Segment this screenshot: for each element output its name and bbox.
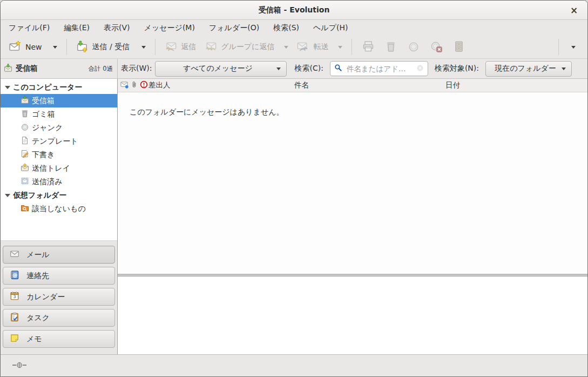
contacts-icon: @ [10, 270, 19, 281]
sidebar-item-unmatched[interactable]: 該当しないもの [1, 202, 117, 216]
sidebar-item-outbox[interactable]: 送信トレイ [1, 161, 117, 175]
switcher-mail-button[interactable]: メール [3, 246, 115, 264]
inbox-icon [4, 64, 12, 74]
current-folder-name: 受信箱 [16, 64, 38, 73]
column-header-from[interactable]: 差出人 [148, 80, 171, 90]
toolbar-separator [155, 39, 156, 55]
show-filter-value: すべてのメッセージ [161, 64, 274, 73]
new-mail-icon [9, 41, 21, 54]
inbox-icon [21, 96, 29, 106]
menu-message[interactable]: メッセージ(M) [137, 21, 202, 35]
send-receive-button[interactable]: 送信 / 受信 [72, 38, 151, 57]
switcher-calendar-button[interactable]: 3 カレンダー [3, 288, 115, 306]
view-switcher: メール @ 連絡先 3 カレンダー タスク メモ [1, 241, 117, 354]
sidebar-item-templates[interactable]: テンプレート [1, 134, 117, 148]
folder-search-bar: 受信箱 合計 0通 表示(W): すべてのメッセージ 検索(C): 検索対象(N… [1, 59, 587, 79]
archive-button[interactable] [448, 38, 470, 57]
switcher-memos-button[interactable]: メモ [3, 330, 115, 348]
attachment-icon[interactable] [130, 80, 138, 90]
chevron-down-icon [562, 68, 566, 70]
calendar-icon: 3 [10, 291, 19, 302]
search-box [330, 61, 428, 76]
archive-icon [453, 41, 465, 54]
forward-button[interactable]: 転送 [293, 38, 347, 57]
menu-search[interactable]: 検索(S) [266, 21, 306, 35]
expander-icon[interactable] [5, 194, 10, 197]
sidebar-item-junk[interactable]: ジャンク [1, 121, 117, 134]
tree-group-this-computer[interactable]: このコンピューター [1, 80, 117, 94]
reply-button[interactable]: 返信 [160, 38, 200, 57]
group-reply-label: グループに返信 [221, 42, 274, 52]
important-icon[interactable] [140, 80, 148, 90]
tree-group-search-folders[interactable]: 仮想フォルダー [1, 188, 117, 202]
column-header-subject[interactable]: 件名 [294, 80, 309, 90]
chevron-down-icon [276, 68, 281, 70]
search-folder-icon [21, 204, 29, 214]
menu-folder[interactable]: フォルダー(O) [202, 21, 266, 35]
print-button[interactable] [357, 38, 380, 57]
new-button[interactable]: New [5, 38, 62, 57]
svg-text:3: 3 [13, 294, 16, 299]
sidebar: このコンピューター 受信箱 ゴミ箱 ジャンク テンプレート [1, 79, 118, 354]
junk-button[interactable] [402, 38, 425, 57]
toolbar-separator [352, 39, 352, 55]
sidebar-item-sent[interactable]: 送信済み [1, 175, 117, 188]
sidebar-item-drafts[interactable]: 下書き [1, 148, 117, 161]
switcher-contacts-button[interactable]: @ 連絡先 [3, 267, 115, 285]
trash-icon [21, 109, 29, 119]
message-panel: 差出人 件名 日付 このフォルダーにメッセージはありません。 [118, 79, 587, 354]
sidebar-item-trash[interactable]: ゴミ箱 [1, 107, 117, 121]
svg-text:@: @ [12, 272, 17, 278]
reply-icon [165, 41, 177, 54]
expander-icon[interactable] [5, 86, 10, 89]
group-reply-icon [205, 41, 217, 54]
search-icon [334, 64, 342, 73]
group-reply-button[interactable]: グループに返信 [200, 38, 293, 57]
close-icon[interactable]: × [567, 3, 581, 17]
message-list[interactable]: このフォルダーにメッセージはありません。 [118, 92, 587, 274]
tasks-icon [10, 312, 19, 324]
junk-icon [408, 41, 420, 54]
show-filter-label: 表示(W): [121, 64, 152, 73]
memo-icon [10, 333, 19, 345]
overflow-arrow-icon [571, 46, 576, 49]
new-button-label: New [25, 43, 42, 51]
group-reply-dropdown-icon[interactable] [284, 46, 288, 49]
search-scope-value: 現在のフォルダー [491, 64, 559, 73]
message-list-header: 差出人 件名 日付 [118, 79, 587, 92]
not-junk-icon [430, 41, 442, 54]
new-dropdown-icon[interactable] [53, 46, 57, 49]
send-receive-icon [76, 41, 88, 54]
junk-icon [21, 123, 29, 133]
trash-icon [385, 41, 397, 54]
sent-icon [21, 177, 29, 187]
clear-search-icon[interactable] [416, 64, 424, 73]
search-input[interactable] [346, 64, 413, 73]
switcher-tasks-button[interactable]: タスク [3, 309, 115, 327]
column-header-date[interactable]: 日付 [445, 80, 460, 90]
template-icon [21, 136, 29, 146]
sidebar-item-inbox[interactable]: 受信箱 [1, 94, 117, 107]
evolution-window: 受信箱 - Evolution × ファイル(F) 編集(E) 表示(V) メッ… [0, 0, 588, 377]
menubar: ファイル(F) 編集(E) 表示(V) メッセージ(M) フォルダー(O) 検索… [1, 20, 587, 36]
toolbar-separator [66, 39, 67, 55]
menu-file[interactable]: ファイル(F) [2, 21, 57, 35]
toolbar-overflow-button[interactable] [564, 43, 583, 51]
forward-dropdown-icon[interactable] [338, 46, 342, 49]
toolbar-separator [558, 39, 559, 55]
show-filter-dropdown[interactable]: すべてのメッセージ [155, 61, 287, 77]
online-status-icon[interactable] [12, 361, 26, 371]
menu-view[interactable]: 表示(V) [97, 21, 137, 35]
header-icon-columns [120, 80, 148, 90]
current-folder-panel: 受信箱 合計 0通 [1, 59, 118, 78]
forward-icon [297, 41, 309, 54]
menu-help[interactable]: ヘルプ(H) [306, 21, 355, 35]
menu-edit[interactable]: 編集(E) [57, 21, 97, 35]
message-preview-pane [118, 277, 587, 354]
send-receive-dropdown-icon[interactable] [141, 46, 146, 49]
folder-total-count: 合計 0通 [89, 65, 113, 73]
delete-button[interactable] [380, 38, 402, 57]
search-scope-dropdown[interactable]: 現在のフォルダー [485, 61, 572, 77]
message-status-icon[interactable] [120, 80, 129, 90]
not-junk-button[interactable] [425, 38, 448, 57]
